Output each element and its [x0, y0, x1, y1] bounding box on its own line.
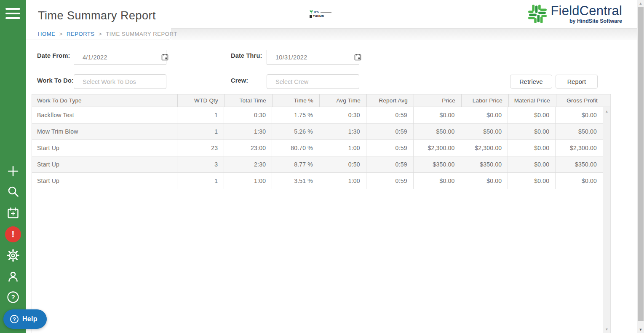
table-cell: Start Up — [32, 156, 177, 172]
svg-text:?: ? — [11, 293, 15, 301]
table-cell: Start Up — [32, 140, 177, 156]
table-cell: $50.00 — [461, 124, 508, 140]
column-header-gross-profit[interactable]: Gross Profit — [556, 94, 604, 107]
customer-logo: H'S THUMB — [310, 10, 335, 18]
table-cell: 1:00 — [319, 173, 366, 189]
table-cell: 23:00 — [224, 140, 272, 156]
work-to-do-input[interactable] — [74, 78, 166, 85]
calendar-icon[interactable] — [354, 54, 361, 61]
table-cell: 3 — [177, 156, 224, 172]
breadcrumb-separator: > — [59, 31, 63, 37]
table-row[interactable]: Start Up2323:0080.70 %1:000:59$2,300.00$… — [32, 140, 603, 156]
scrollbar-thumb[interactable] — [638, 7, 644, 321]
table-cell: 1:30 — [224, 124, 272, 140]
crew-input[interactable] — [267, 78, 359, 85]
brand-name: FieldCentral — [550, 4, 622, 18]
scroll-down-icon[interactable]: ▼ — [637, 328, 644, 332]
table-row[interactable]: Start Up32:308.77 %0:500:59$350.00$350.0… — [32, 156, 603, 173]
table-cell: $0.00 — [508, 173, 555, 189]
table-cell: 1 — [177, 173, 224, 189]
column-header-total-time[interactable]: Total Time — [224, 94, 272, 107]
table-cell: $0.00 — [508, 156, 555, 172]
work-to-do-label: Work To Do: — [37, 77, 74, 84]
column-header-report-avg[interactable]: Report Avg — [366, 94, 414, 107]
table-cell: $0.00 — [508, 124, 555, 140]
table-cell: 1:00 — [319, 140, 366, 156]
date-from-input[interactable] — [74, 54, 161, 61]
column-header-avg-time[interactable]: Avg Time — [319, 94, 366, 107]
help-button[interactable]: ? Help — [3, 309, 47, 329]
scroll-up-icon[interactable]: ▲ — [637, 1, 644, 5]
calendar-icon[interactable] — [161, 54, 168, 61]
date-from-field — [74, 50, 166, 64]
table-cell: 3.51 % — [272, 173, 319, 189]
column-header-labor-price[interactable]: Labor Price — [461, 94, 508, 107]
table-cell: 1.75 % — [272, 107, 319, 123]
breadcrumb-home-link[interactable]: HOME — [38, 31, 55, 37]
column-header-price[interactable]: Price — [414, 94, 461, 107]
retrieve-button[interactable]: Retrieve — [510, 75, 552, 89]
calendar-add-icon[interactable] — [6, 206, 20, 220]
customer-logo-rule — [321, 12, 331, 13]
help-circle-icon[interactable]: ? — [6, 290, 20, 304]
settings-icon[interactable] — [6, 249, 20, 262]
breadcrumb-current: TIME SUMMARY REPORT — [106, 31, 177, 37]
table-cell: $2,300.00 — [555, 140, 603, 156]
table-cell: Mow Trim Blow — [32, 124, 177, 140]
table-cell: $50.00 — [555, 124, 603, 140]
table-cell: 80.70 % — [272, 140, 319, 156]
table-cell: $50.00 — [413, 124, 461, 140]
brand-logo: FieldCentral by HindSite Software — [528, 4, 622, 24]
table-cell: Start Up — [32, 173, 177, 189]
table-cell: $0.00 — [461, 173, 508, 189]
breadcrumb-separator: > — [99, 31, 102, 37]
help-question-icon: ? — [10, 315, 19, 323]
report-button[interactable]: Report — [556, 75, 598, 89]
table-cell: $0.00 — [413, 107, 461, 123]
table-cell: 23 — [177, 140, 224, 156]
table-cell: $0.00 — [461, 107, 508, 123]
table-cell: 0:30 — [224, 107, 272, 123]
scroll-down-icon[interactable]: ▼ — [603, 328, 610, 331]
column-header-work-to-do-type[interactable]: Work To Do Type — [32, 94, 177, 107]
table-cell: $2,300.00 — [413, 140, 461, 156]
breadcrumb: HOME > REPORTS > TIME SUMMARY REPORT — [38, 31, 177, 37]
alert-icon[interactable]: ! — [5, 226, 21, 242]
search-icon[interactable] — [6, 185, 20, 198]
plus-icon[interactable] — [6, 164, 20, 178]
date-thru-field — [267, 50, 359, 64]
table-cell: $2,300.00 — [461, 140, 508, 156]
menu-icon[interactable] — [5, 8, 20, 21]
column-header-time-[interactable]: Time % — [272, 94, 319, 107]
fieldcentral-icon — [528, 4, 547, 24]
table-cell: 0:50 — [319, 156, 366, 172]
table-cell: 1:30 — [319, 124, 366, 140]
table-cell: 5.26 % — [272, 124, 319, 140]
table-row[interactable]: Backflow Test10:301.75 %0:300:59$0.00$0.… — [32, 107, 603, 124]
work-to-do-field — [74, 74, 166, 89]
column-header-material-price[interactable]: Material Price — [508, 94, 556, 107]
customer-logo-line1: H'S — [314, 11, 319, 13]
page-title: Time Summary Report — [38, 9, 156, 22]
help-button-label: Help — [22, 315, 37, 323]
table-cell: 0:59 — [366, 107, 413, 123]
sidebar: ! ? — [0, 0, 26, 333]
page-scrollbar[interactable]: ▲ ▼ — [637, 0, 644, 333]
breadcrumb-reports-link[interactable]: REPORTS — [67, 31, 95, 37]
table-cell: $350.00 — [555, 156, 603, 172]
column-header-wtd-qty[interactable]: WTD Qty — [177, 94, 224, 107]
brand-tagline: by HindSite Software — [569, 18, 622, 24]
table-cell: $350.00 — [461, 156, 508, 172]
table-cell: $0.00 — [508, 107, 555, 123]
table-row[interactable]: Mow Trim Blow11:305.26 %1:300:59$50.00$5… — [32, 124, 603, 140]
table-cell: 1:00 — [224, 173, 272, 189]
scroll-up-icon[interactable]: ▲ — [603, 110, 610, 113]
date-thru-label: Date Thru: — [231, 52, 262, 59]
table-scrollbar[interactable]: ▲ ▼ — [603, 107, 610, 333]
header: Time Summary Report HOME > REPORTS > TIM… — [26, 0, 637, 40]
table-row[interactable]: Start Up11:003.51 %1:000:59$0.00$0.00$0.… — [32, 173, 603, 189]
report-table: Work To Do TypeWTD QtyTotal TimeTime %Av… — [32, 94, 611, 333]
user-icon[interactable] — [6, 270, 20, 283]
date-thru-input[interactable] — [267, 54, 354, 61]
table-cell: 0:30 — [319, 107, 366, 123]
